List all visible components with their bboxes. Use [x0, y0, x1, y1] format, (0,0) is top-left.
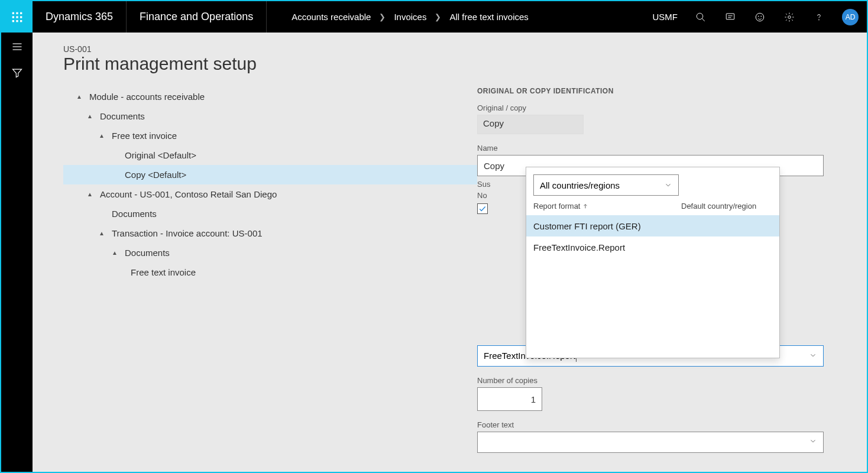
dropdown-option[interactable]: Customer FTI report (GER) [526, 215, 779, 237]
settings-button[interactable] [775, 1, 804, 33]
topbar: Dynamics 365 Finance and Operations Acco… [1, 1, 867, 33]
left-nav-rail [1, 33, 33, 472]
svg-line-10 [702, 18, 705, 21]
chat-icon [725, 12, 736, 22]
checkbox[interactable] [477, 203, 488, 214]
footer-text-select[interactable] [477, 432, 824, 453]
svg-rect-2 [20, 12, 22, 14]
caret-down-icon: ▲ [112, 244, 120, 263]
svg-point-9 [697, 13, 703, 20]
originalcopy-value: Copy [477, 115, 584, 134]
module-name[interactable]: Finance and Operations [127, 1, 267, 33]
svg-rect-1 [16, 12, 18, 14]
tree-label: Documents [125, 244, 170, 263]
caret-down-icon: ▲ [99, 127, 107, 145]
svg-rect-3 [12, 16, 14, 18]
help-button[interactable] [804, 1, 834, 33]
tree-label: Account - US-001, Contoso Retail San Die… [100, 185, 277, 204]
svg-point-14 [756, 13, 764, 21]
nav-menu-button[interactable] [11, 41, 23, 55]
svg-point-18 [819, 20, 820, 20]
tree-pane: ▲Module - accounts receivable ▲Documents… [63, 87, 477, 282]
report-format-dropdown-popup: All countries/regions Report format Defa… [526, 167, 780, 358]
svg-rect-4 [16, 16, 18, 18]
dropdown-option[interactable]: FreeTextInvoice.Report [526, 237, 779, 258]
svg-rect-0 [12, 12, 14, 14]
tree-label: Copy <Default> [125, 170, 186, 180]
suspend-label-partial: Sus [477, 180, 490, 189]
copies-input[interactable] [477, 387, 542, 411]
smile-icon [754, 12, 765, 22]
tree-node-free-text-invoice-2[interactable]: ▶Free text invoice [63, 263, 477, 282]
tree-label: Free text invoice [112, 127, 177, 145]
tree-node-documents-2[interactable]: ▶Documents [63, 204, 477, 223]
svg-point-17 [788, 15, 791, 18]
caret-down-icon: ▲ [87, 185, 95, 204]
tree-node-module[interactable]: ▲Module - accounts receivable [63, 87, 477, 106]
country-filter-value: All countries/regions [540, 180, 620, 190]
chevron-down-icon [664, 181, 672, 189]
user-avatar[interactable]: AD [842, 9, 859, 25]
page-title: Print management setup [63, 54, 867, 74]
column-header-report-format[interactable]: Report format [533, 202, 681, 210]
caret-down-icon: ▲ [87, 107, 95, 126]
chevron-down-icon [809, 351, 817, 361]
help-icon [814, 12, 824, 22]
product-brand[interactable]: Dynamics 365 [33, 1, 127, 33]
originalcopy-label: Original / copy [477, 103, 841, 112]
gear-icon [784, 12, 795, 22]
tree-node-transaction[interactable]: ▲Transaction - Invoice account: US-001 [63, 223, 477, 243]
funnel-icon [11, 67, 23, 79]
tree-label: Documents [100, 107, 145, 126]
tree-label: Original <Default> [125, 146, 196, 165]
footer-label: Footer text [477, 420, 841, 429]
svg-rect-11 [726, 14, 734, 20]
search-button[interactable] [686, 1, 715, 33]
tree-node-documents[interactable]: ▲Documents [63, 106, 477, 126]
caret-down-icon: ▲ [99, 224, 107, 243]
section-header: ORIGINAL OR COPY IDENTIFICATION [477, 87, 841, 95]
nolabel-partial: No [477, 191, 487, 200]
svg-rect-5 [20, 16, 22, 18]
waffle-icon [11, 11, 23, 23]
tree-node-copy-default[interactable]: Copy <Default> [63, 165, 477, 184]
company-code[interactable]: USMF [644, 12, 686, 22]
chevron-right-icon: ❯ [379, 12, 386, 21]
tree-node-free-text-invoice[interactable]: ▲Free text invoice [63, 126, 477, 145]
breadcrumb-item[interactable]: Accounts receivable [292, 12, 371, 22]
column-header-default-country[interactable]: Default country/region [681, 202, 772, 210]
svg-rect-8 [20, 20, 22, 22]
caret-down-icon: ▲ [76, 88, 85, 106]
breadcrumb-item[interactable]: All free text invoices [449, 12, 528, 22]
chevron-right-icon: ❯ [435, 12, 441, 21]
check-icon [478, 205, 487, 213]
filter-button[interactable] [11, 67, 23, 81]
svg-rect-7 [16, 20, 18, 22]
svg-point-16 [761, 16, 762, 17]
name-label: Name [477, 144, 841, 153]
page-context: US-001 [63, 44, 867, 54]
copies-label: Number of copies [477, 376, 841, 385]
breadcrumb-item[interactable]: Invoices [394, 12, 426, 22]
chevron-down-icon [809, 437, 817, 448]
tree-label: Free text invoice [131, 263, 196, 282]
topbar-actions: USMF AD [644, 1, 867, 33]
breadcrumb: Accounts receivable ❯ Invoices ❯ All fre… [267, 12, 644, 22]
country-filter-select[interactable]: All countries/regions [533, 174, 679, 196]
svg-rect-6 [12, 20, 14, 22]
messages-button[interactable] [715, 1, 745, 33]
tree-node-original-default[interactable]: Original <Default> [63, 145, 477, 165]
svg-point-15 [758, 16, 759, 17]
main-content: US-001 Print management setup ▲Module - … [33, 33, 867, 472]
tree-node-documents-3[interactable]: ▲Documents [63, 243, 477, 263]
search-icon [695, 12, 706, 22]
hamburger-icon [11, 41, 23, 53]
tree-label: Documents [112, 205, 157, 223]
tree-node-account[interactable]: ▲Account - US-001, Contoso Retail San Di… [63, 184, 477, 204]
app-launcher-button[interactable] [1, 1, 33, 33]
feedback-button[interactable] [745, 1, 775, 33]
tree-label: Transaction - Invoice account: US-001 [112, 224, 263, 243]
tree-label: Module - accounts receivable [89, 88, 205, 106]
sort-asc-icon [582, 203, 588, 209]
